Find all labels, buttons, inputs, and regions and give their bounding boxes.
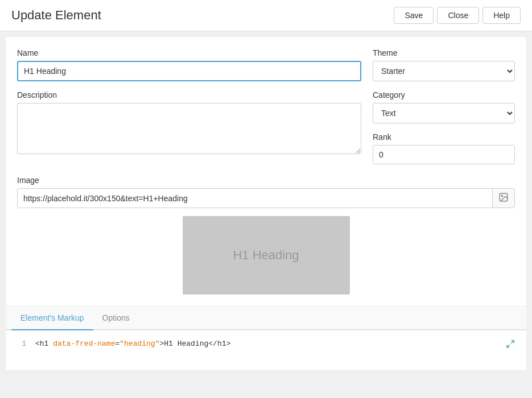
form-row-top: Name Description Theme Starter Default B…: [17, 48, 515, 173]
image-url-input[interactable]: [18, 189, 492, 208]
upload-icon[interactable]: [492, 189, 514, 208]
code-inner-text: H1 Heading: [164, 339, 208, 348]
line-number: 1: [17, 339, 26, 348]
category-label: Category: [373, 90, 515, 100]
theme-select[interactable]: Starter Default Bootstrap: [373, 61, 515, 81]
placeholder-image-text: H1 Heading: [233, 248, 299, 263]
image-section: Image H1 Heading: [17, 176, 515, 295]
theme-group: Theme Starter Default Bootstrap: [373, 48, 515, 81]
bottom-section: Element's Markup Options 1 <h1 data-fred…: [6, 306, 526, 370]
form-left-column: Name Description: [17, 48, 361, 173]
placeholder-image: H1 Heading: [183, 216, 350, 295]
code-attr-val: "heading": [119, 339, 159, 348]
code-attr-name: data-fred-name: [53, 339, 115, 348]
code-tag-open: <h1: [35, 339, 53, 348]
image-preview: H1 Heading: [17, 216, 515, 295]
main-form: Name Description Theme Starter Default B…: [6, 37, 526, 306]
code-area: 1 <h1 data-fred-name="heading">H1 Headin…: [6, 330, 526, 370]
svg-point-1: [501, 195, 502, 196]
page-header: Update Element Save Close Help: [0, 0, 532, 31]
tabs-row: Element's Markup Options: [6, 306, 526, 330]
header-actions: Save Close Help: [394, 7, 521, 24]
code-content: <h1 data-fred-name="heading">H1 Heading<…: [35, 339, 497, 348]
page-title: Update Element: [11, 8, 101, 23]
theme-label: Theme: [373, 48, 515, 57]
tab-options[interactable]: Options: [93, 306, 139, 330]
form-right-column: Theme Starter Default Bootstrap Category…: [373, 48, 515, 173]
description-group: Description: [17, 90, 361, 156]
category-select[interactable]: Text Layout Media Forms: [373, 103, 515, 123]
code-tag-end: </h1>: [208, 339, 230, 348]
image-label: Image: [17, 176, 39, 185]
upload-icon-glyph: [498, 192, 509, 204]
image-input-row: [17, 188, 515, 208]
rank-input[interactable]: [373, 145, 515, 164]
rank-group: Rank: [373, 132, 515, 164]
category-group: Category Text Layout Media Forms: [373, 90, 515, 123]
description-label: Description: [17, 90, 361, 100]
close-button[interactable]: Close: [437, 7, 479, 24]
tab-markup[interactable]: Element's Markup: [11, 306, 93, 330]
name-label: Name: [17, 48, 361, 57]
help-button[interactable]: Help: [482, 7, 521, 24]
rank-label: Rank: [373, 132, 515, 142]
expand-icon[interactable]: [506, 339, 515, 351]
description-input[interactable]: [17, 103, 361, 154]
name-input[interactable]: [17, 61, 361, 81]
code-line: 1 <h1 data-fred-name="heading">H1 Headin…: [17, 339, 515, 351]
name-group: Name: [17, 48, 361, 81]
save-button[interactable]: Save: [394, 7, 434, 24]
